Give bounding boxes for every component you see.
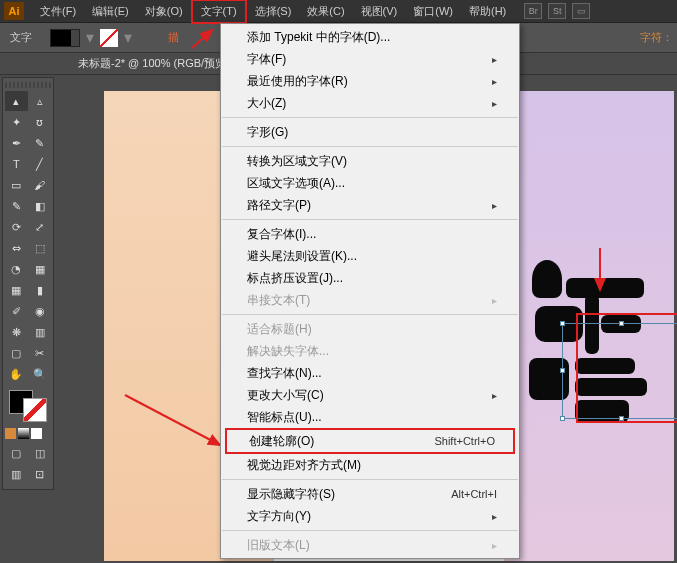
graph-tool[interactable]: ▥ [29, 322, 52, 342]
selection-tool[interactable]: ▴ [5, 91, 28, 111]
color-mode-icon[interactable] [5, 428, 16, 439]
menu-help[interactable]: 帮助(H) [461, 1, 514, 22]
menu-path-type[interactable]: 路径文字(P) [221, 194, 519, 216]
screen-mode-toggle[interactable]: ⊡ [29, 464, 52, 484]
panel-grip[interactable] [5, 82, 51, 88]
menu-separator [222, 530, 518, 531]
document-tab[interactable]: 未标题-2* @ 100% (RGB/预览) [78, 56, 230, 71]
brush-tool[interactable]: 🖌 [29, 175, 52, 195]
free-transform-tool[interactable]: ⬚ [29, 238, 52, 258]
menu-resolve-missing-fonts: 解决缺失字体... [221, 340, 519, 362]
menu-select[interactable]: 选择(S) [247, 1, 300, 22]
eyedropper-tool[interactable]: ✐ [5, 301, 28, 321]
magic-wand-tool[interactable]: ✦ [5, 112, 28, 132]
arrange-icon[interactable]: ▭ [572, 3, 590, 19]
menu-edit[interactable]: 编辑(E) [84, 1, 137, 22]
menu-view[interactable]: 视图(V) [353, 1, 406, 22]
menu-kinsoku-settings[interactable]: 避头尾法则设置(K)... [221, 245, 519, 267]
type-tool[interactable]: T [5, 154, 28, 174]
gradient-mode-icon[interactable] [18, 428, 29, 439]
menu-type[interactable]: 文字(T) [191, 0, 247, 24]
stroke-label: 描 [168, 30, 179, 45]
menu-smart-punctuation[interactable]: 智能标点(U)... [221, 406, 519, 428]
app-logo: Ai [4, 2, 24, 20]
menu-glyphs[interactable]: 字形(G) [221, 121, 519, 143]
menu-composite-fonts[interactable]: 复合字体(I)... [221, 223, 519, 245]
blend-tool[interactable]: ◉ [29, 301, 52, 321]
fill-color-swatch[interactable] [50, 29, 80, 47]
menu-size[interactable]: 大小(Z) [221, 92, 519, 114]
shortcut-label: Shift+Ctrl+O [434, 435, 495, 447]
slice-tool[interactable]: ✂ [29, 343, 52, 363]
menu-separator [222, 146, 518, 147]
menu-show-hidden-chars[interactable]: 显示隐藏字符(S)Alt+Ctrl+I [221, 483, 519, 505]
shortcut-label: Alt+Ctrl+I [451, 488, 497, 500]
perspective-tool[interactable]: ▦ [29, 259, 52, 279]
menu-file[interactable]: 文件(F) [32, 1, 84, 22]
draw-normal-icon[interactable]: ▢ [5, 443, 28, 463]
menu-change-case[interactable]: 更改大小写(C) [221, 384, 519, 406]
direct-select-tool[interactable]: ▵ [29, 91, 52, 111]
symbol-spray-tool[interactable]: ❋ [5, 322, 28, 342]
scale-tool[interactable]: ⤢ [29, 217, 52, 237]
zoom-tool[interactable]: 🔍 [29, 364, 52, 384]
stroke-chip[interactable] [23, 398, 47, 422]
menu-separator [222, 219, 518, 220]
menu-threaded-text: 串接文本(T) [221, 289, 519, 311]
rotate-tool[interactable]: ⟳ [5, 217, 28, 237]
tools-panel: ▴▵ ✦ʊ ✒✎ T╱ ▭🖌 ✎◧ ⟳⤢ ⇔⬚ ◔▦ ▦▮ ✐◉ ❋▥ ▢✂ ✋… [2, 77, 54, 490]
draw-behind-icon[interactable]: ◫ [29, 443, 52, 463]
menu-effect[interactable]: 效果(C) [299, 1, 352, 22]
menu-optical-margin[interactable]: 视觉边距对齐方式(M) [221, 454, 519, 476]
menu-font[interactable]: 字体(F) [221, 48, 519, 70]
mesh-tool[interactable]: ▦ [5, 280, 28, 300]
lasso-tool[interactable]: ʊ [29, 112, 52, 132]
bridge-icon[interactable]: Br [524, 3, 542, 19]
menu-add-typekit-fonts[interactable]: 添加 Typekit 中的字体(D)... [221, 26, 519, 48]
menu-convert-area-type[interactable]: 转换为区域文字(V) [221, 150, 519, 172]
gradient-tool[interactable]: ▮ [29, 280, 52, 300]
menu-find-font[interactable]: 查找字体(N)... [221, 362, 519, 384]
artboard-tool[interactable]: ▢ [5, 343, 28, 363]
stock-icon[interactable]: St [548, 3, 566, 19]
char-panel-label[interactable]: 字符： [640, 30, 673, 45]
stroke-color-swatch[interactable] [100, 29, 118, 47]
type-menu-dropdown: 添加 Typekit 中的字体(D)... 字体(F) 最近使用的字体(R) 大… [220, 23, 520, 559]
color-mode-row [5, 428, 51, 439]
annotation-highlight-box [576, 313, 677, 423]
width-tool[interactable]: ⇔ [5, 238, 28, 258]
menu-recent-fonts[interactable]: 最近使用的字体(R) [221, 70, 519, 92]
menu-type-orientation[interactable]: 文字方向(Y) [221, 505, 519, 527]
line-tool[interactable]: ╱ [29, 154, 52, 174]
menu-window[interactable]: 窗口(W) [405, 1, 461, 22]
pen-tool[interactable]: ✒ [5, 133, 28, 153]
menu-create-outlines[interactable]: 创建轮廓(O)Shift+Ctrl+O [227, 430, 513, 452]
annotation-highlight-menuitem: 创建轮廓(O)Shift+Ctrl+O [225, 428, 515, 454]
menu-separator [222, 314, 518, 315]
dropdown-icon[interactable]: ▾ [124, 28, 132, 47]
eraser-tool[interactable]: ◧ [29, 196, 52, 216]
menu-legacy-text: 旧版文本(L) [221, 534, 519, 556]
options-tool-label: 文字 [10, 30, 32, 45]
menu-separator [222, 479, 518, 480]
fill-stroke-chip[interactable] [7, 388, 49, 424]
none-mode-icon[interactable] [31, 428, 42, 439]
menu-object[interactable]: 对象(O) [137, 1, 191, 22]
menu-fit-headline: 适合标题(H) [221, 318, 519, 340]
menubar: Ai 文件(F) 编辑(E) 对象(O) 文字(T) 选择(S) 效果(C) 视… [0, 0, 677, 23]
menu-area-type-options[interactable]: 区域文字选项(A)... [221, 172, 519, 194]
menu-mojikumi-settings[interactable]: 标点挤压设置(J)... [221, 267, 519, 289]
dropdown-icon[interactable]: ▾ [86, 28, 94, 47]
shaper-tool[interactable]: ✎ [5, 196, 28, 216]
hand-tool[interactable]: ✋ [5, 364, 28, 384]
screen-mode-icon[interactable]: ▥ [5, 464, 28, 484]
curvature-tool[interactable]: ✎ [29, 133, 52, 153]
rectangle-tool[interactable]: ▭ [5, 175, 28, 195]
shape-builder-tool[interactable]: ◔ [5, 259, 28, 279]
menu-separator [222, 117, 518, 118]
